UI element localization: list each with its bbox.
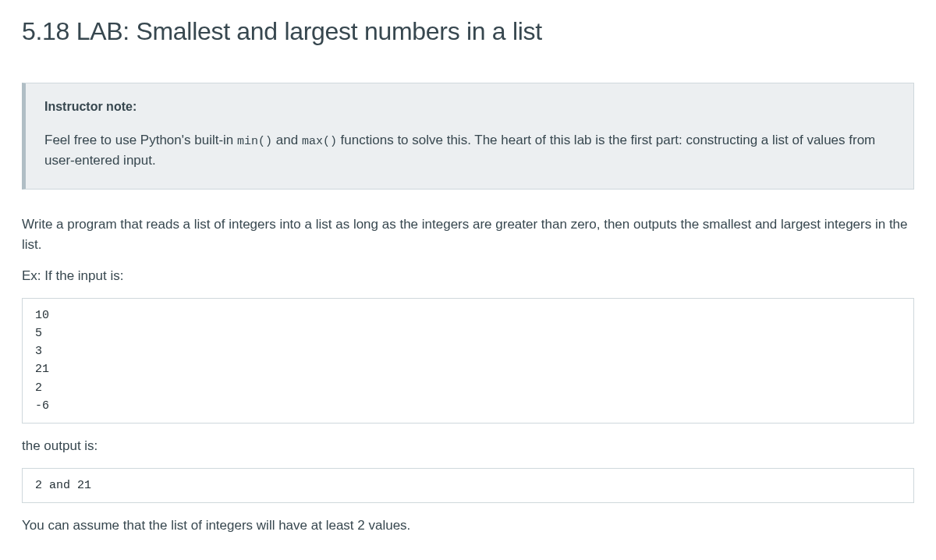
code-max: max() (302, 135, 337, 148)
instructor-note-body: Feel free to use Python's built-in min()… (44, 130, 895, 172)
note-text-2: and (272, 133, 302, 147)
instructor-note-heading: Instructor note: (44, 97, 895, 116)
note-text-1: Feel free to use Python's built-in (44, 133, 237, 147)
input-code-block: 10 5 3 21 2 -6 (22, 298, 914, 424)
code-min: min() (237, 135, 272, 148)
example-intro: Ex: If the input is: (22, 266, 914, 286)
output-code-block: 2 and 21 (22, 468, 914, 503)
page-title: 5.18 LAB: Smallest and largest numbers i… (22, 12, 914, 50)
problem-description: Write a program that reads a list of int… (22, 214, 914, 256)
instructor-note: Instructor note: Feel free to use Python… (22, 83, 914, 190)
assumption-note: You can assume that the list of integers… (22, 516, 914, 536)
output-intro: the output is: (22, 436, 914, 456)
